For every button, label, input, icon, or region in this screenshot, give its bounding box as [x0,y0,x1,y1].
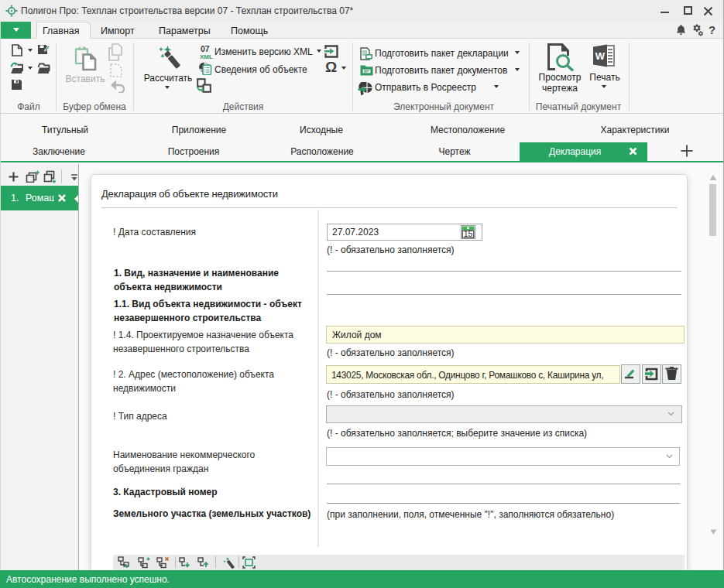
svg-text:W: W [595,50,606,62]
svg-text:15: 15 [464,229,473,238]
